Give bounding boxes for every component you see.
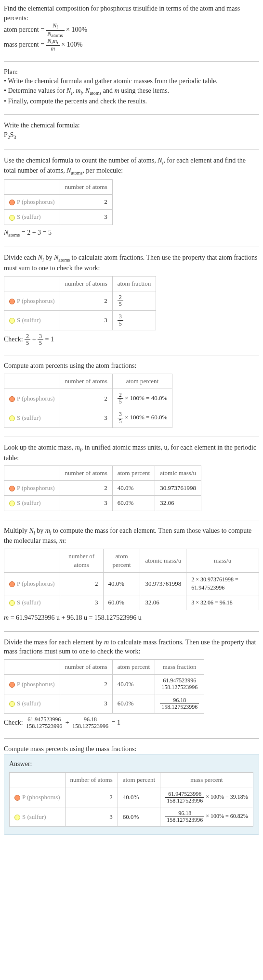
divider xyxy=(4,738,259,739)
fractions-text: Divide each Ni by Natoms to calculate at… xyxy=(4,253,259,273)
table-row: P (phosphorus)240.0%61.947523996158.1275… xyxy=(4,675,204,694)
chemical-formula: Write the chemical formula: P2S3 xyxy=(4,121,259,140)
phosphorus-icon xyxy=(9,486,15,491)
sulfur-icon xyxy=(9,600,15,606)
table-row: S (sulfur) 3 60.0% 96.18158.127523996 × … xyxy=(10,807,253,827)
plan: Plan: • Write the chemical formula and g… xyxy=(4,67,259,106)
plan-b1: • Write the chemical formula and gather … xyxy=(4,76,259,86)
table-row: P (phosphorus)225 xyxy=(4,291,156,311)
mass-frac-table: number of atomsatom percentmass fraction… xyxy=(4,659,204,714)
divider xyxy=(4,631,259,632)
phosphorus-icon xyxy=(9,396,15,402)
sulfur-icon xyxy=(9,318,15,324)
divider xyxy=(4,61,259,62)
fractions-check: Check: 25 + 35 = 1 xyxy=(4,333,259,346)
mass-fractions: Divide the mass for each element by m to… xyxy=(4,638,259,730)
divider xyxy=(4,150,259,150)
answer-table: number of atomsatom percentmass percent … xyxy=(9,772,253,827)
final-text: Compute mass percents using the mass fra… xyxy=(4,744,259,754)
phosphorus-icon xyxy=(9,299,15,304)
atomic-mass: Look up the atomic mass, mi, in unified … xyxy=(4,443,259,511)
plan-b2: • Determine values for Ni, mi, Natoms an… xyxy=(4,86,259,97)
sulfur-icon xyxy=(9,415,15,421)
table-row: S (sulfur)360.0%96.18158.127523996 xyxy=(4,694,204,713)
phosphorus-icon xyxy=(9,682,15,688)
intro-text: Find the elemental composition for phosp… xyxy=(4,4,259,23)
atom-pct-table: number of atomsatom percent P (phosphoru… xyxy=(4,374,172,428)
table-row: P (phosphorus)240.0%30.9737619982 × 30.9… xyxy=(4,573,259,595)
divider xyxy=(4,247,259,247)
natoms-eq: Natoms = 2 + 3 = 5 xyxy=(4,228,259,239)
table-row: S (sulfur)360.0%32.06 xyxy=(4,496,201,511)
divider xyxy=(4,437,259,437)
atom-percent-formula: atom percent = Ni Natoms × 100% xyxy=(4,23,259,38)
plan-heading: Plan: xyxy=(4,67,259,77)
sulfur-icon xyxy=(9,701,15,707)
divider xyxy=(4,114,259,115)
table-row: P (phosphorus) 2 40.0% 61.947523996158.1… xyxy=(10,788,253,807)
phosphorus-icon xyxy=(9,581,15,587)
phosphorus-icon xyxy=(9,200,15,205)
phosphorus-icon xyxy=(14,795,20,801)
m-eq: m = 61.947523996 u + 96.18 u = 158.12752… xyxy=(4,613,259,623)
sulfur-icon xyxy=(14,815,20,820)
mass-calc-text: Multiply Ni by mi to compute the mass fo… xyxy=(4,526,259,546)
intro: Find the elemental composition for phosp… xyxy=(4,4,259,52)
divider xyxy=(4,520,259,520)
mass-percents: Compute mass percents using the mass fra… xyxy=(4,744,259,835)
table-row: P (phosphorus)225 × 100% = 40.0% xyxy=(4,389,172,408)
mass-calc-table: number of atomsatom percentatomic mass/u… xyxy=(4,549,259,610)
table-row: S (sulfur)335 xyxy=(4,311,156,330)
table-row: S (sulfur)335 × 100% = 60.0% xyxy=(4,408,172,427)
answer-box: Answer: number of atomsatom percentmass … xyxy=(4,754,259,835)
table-row: S (sulfur)3 xyxy=(4,210,113,225)
atomic-mass-text: Look up the atomic mass, mi, in unified … xyxy=(4,443,259,463)
table-row: P (phosphorus)240.0%30.973761998 xyxy=(4,481,201,496)
mass-frac-text: Divide the mass for each element by m to… xyxy=(4,638,259,656)
atom-pct-text: Compute atom percents using the atom fra… xyxy=(4,361,259,371)
divider xyxy=(4,355,259,355)
atomic-mass-table: number of atomsatom percentatomic mass/u… xyxy=(4,465,201,511)
sulfur-icon xyxy=(9,501,15,506)
formula-heading: Write the chemical formula: xyxy=(4,121,259,130)
atom-percents: Compute atom percents using the atom fra… xyxy=(4,361,259,428)
mass-calc: Multiply Ni by mi to compute the mass fo… xyxy=(4,526,259,623)
plan-b3: • Finally, compute the percents and chec… xyxy=(4,97,259,106)
table-row: P (phosphorus)2 xyxy=(4,195,113,210)
count-atoms: Use the chemical formula to count the nu… xyxy=(4,156,259,239)
formula-value: P2S3 xyxy=(4,130,259,141)
fractions-table: number of atomsatom fraction P (phosphor… xyxy=(4,276,156,330)
count-table: number of atoms P (phosphorus)2 S (sulfu… xyxy=(4,179,113,225)
mass-frac-check: Check: 61.947523996158.127523996 + 96.18… xyxy=(4,716,259,729)
sulfur-icon xyxy=(9,215,15,221)
table-row: S (sulfur)360.0%32.063 × 32.06 = 96.18 xyxy=(4,595,259,610)
count-text: Use the chemical formula to count the nu… xyxy=(4,156,259,177)
answer-label: Answer: xyxy=(9,759,254,769)
atom-fractions: Divide each Ni by Natoms to calculate at… xyxy=(4,253,259,346)
mass-percent-formula: mass percent = Nimi m × 100% xyxy=(4,38,259,52)
